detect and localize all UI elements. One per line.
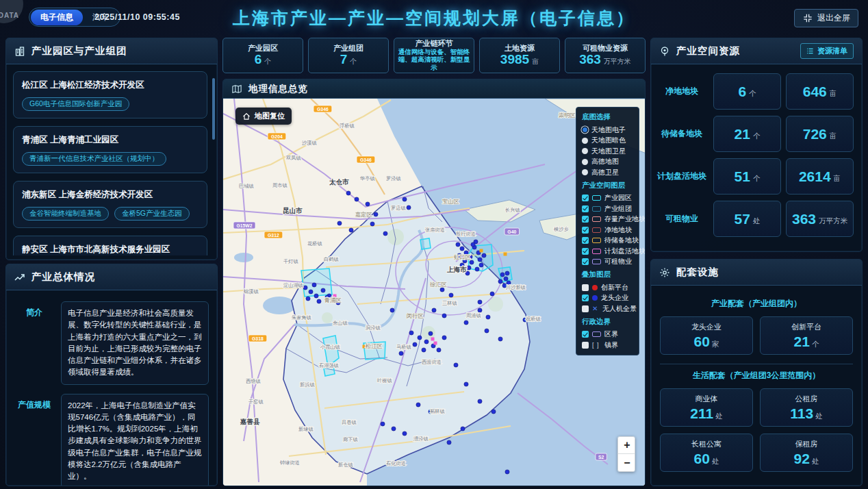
facility-card[interactable]: 创新平台21个: [760, 316, 853, 355]
park-card[interactable]: 浦东新区 上海金桥经济技术开发区金谷智能终端制造基地金桥5G产业生态园: [13, 181, 207, 228]
enterprise-dot[interactable]: [478, 399, 482, 403]
parks-scrollbar[interactable]: [212, 78, 215, 140]
enterprise-dot[interactable]: [471, 242, 475, 247]
enterprise-dot[interactable]: [407, 205, 411, 210]
enterprise-dot[interactable]: [349, 228, 353, 232]
enterprise-dot[interactable]: [467, 266, 471, 270]
enterprise-dot[interactable]: [321, 288, 325, 292]
zoom-out-button[interactable]: −: [618, 454, 635, 471]
enterprise-dot[interactable]: [432, 308, 436, 312]
enterprise-dot[interactable]: [485, 329, 489, 333]
legend-boundary-option[interactable]: [ ]镇界: [582, 340, 633, 351]
enterprise-dot[interactable]: [498, 337, 502, 341]
legend-basemap-option[interactable]: 天地图卫星: [582, 146, 633, 157]
zoom-in-button[interactable]: +: [618, 437, 635, 454]
legend-layer-option[interactable]: 待储备地块: [582, 236, 633, 247]
park-polygon[interactable]: [420, 238, 431, 249]
legend-overlay-option[interactable]: 龙头企业: [582, 293, 633, 304]
enterprise-dot[interactable]: [442, 314, 446, 318]
enterprise-dot[interactable]: [314, 294, 318, 298]
enterprise-dot[interactable]: [413, 342, 417, 347]
enterprise-dot[interactable]: [479, 263, 483, 267]
facility-card[interactable]: 公租房113处: [760, 388, 853, 427]
legend-layer-option[interactable]: 净地地块: [582, 225, 633, 236]
enterprise-dot[interactable]: [381, 422, 385, 426]
enterprise-dot[interactable]: [482, 253, 486, 258]
enterprise-dot[interactable]: [475, 267, 479, 271]
enterprise-dot[interactable]: [337, 221, 342, 225]
enterprise-dot[interactable]: [490, 292, 494, 296]
enterprise-dot[interactable]: [504, 277, 508, 281]
legend-basemap-option[interactable]: 高德卫星: [582, 167, 633, 178]
enterprise-dot[interactable]: [454, 363, 458, 367]
map-viewport[interactable]: G346G204G346G15W2G312G318G40S2 浮桥镇沙溪镇双凤镇…: [223, 99, 645, 486]
enterprise-dot[interactable]: [505, 271, 509, 275]
space-resource-card[interactable]: 726亩: [786, 116, 854, 152]
park-tag[interactable]: 金桥5G产业生态园: [114, 207, 190, 221]
legend-layer-option[interactable]: 计划盘活地块: [582, 246, 633, 257]
enterprise-dot[interactable]: [440, 288, 444, 292]
space-resource-card[interactable]: 21个: [713, 116, 781, 152]
enterprise-dot[interactable]: [486, 315, 490, 319]
facility-card[interactable]: 长租公寓60处: [660, 434, 753, 472]
enterprise-dot[interactable]: [312, 283, 316, 287]
kpi-card[interactable]: 可租物业资源363万平方米: [565, 38, 646, 73]
facility-card[interactable]: 龙头企业60家: [660, 316, 753, 355]
enterprise-dot[interactable]: [461, 427, 465, 431]
enterprise-dot[interactable]: [422, 348, 426, 352]
enterprise-dot[interactable]: [317, 299, 321, 303]
enterprise-dot[interactable]: [437, 348, 441, 352]
enterprise-dot[interactable]: [409, 331, 413, 335]
park-card[interactable]: 静安区 上海市市北高新技术服务业园区上海超高清视听产业集聚区（市北）: [13, 236, 207, 255]
enterprise-dot[interactable]: [403, 197, 407, 201]
park-tag[interactable]: G60电子信息国际创新产业园: [22, 97, 129, 111]
kpi-card[interactable]: 产业园区6个: [222, 38, 303, 73]
space-resource-card[interactable]: 6个: [713, 73, 781, 110]
space-resource-card[interactable]: 57处: [713, 201, 781, 237]
enterprise-dot[interactable]: [447, 440, 451, 444]
enterprise-dot[interactable]: [429, 331, 433, 336]
enterprise-dot[interactable]: [366, 202, 370, 206]
facility-card[interactable]: 保租房92处: [760, 434, 853, 472]
kpi-card[interactable]: 土地资源3985亩: [479, 38, 560, 73]
enterprise-dot[interactable]: [306, 297, 310, 301]
legend-layer-option[interactable]: 产业园区: [582, 193, 633, 204]
enterprise-dot[interactable]: [374, 212, 378, 216]
legend-basemap-option[interactable]: 高德地图: [582, 157, 633, 168]
enterprise-dot[interactable]: [478, 300, 482, 304]
park-card[interactable]: 松江区 上海松江经济技术开发区G60电子信息国际创新产业园: [13, 71, 207, 118]
exit-fullscreen-button[interactable]: 退出全屏: [794, 9, 858, 27]
enterprise-dot[interactable]: [303, 286, 307, 290]
park-tag[interactable]: 金谷智能终端制造基地: [22, 207, 109, 221]
legend-layer-option[interactable]: 产业组团: [582, 203, 633, 214]
map-reset-button[interactable]: 地图复位: [235, 108, 292, 125]
enterprise-dot[interactable]: [478, 258, 482, 262]
enterprise-dot[interactable]: [392, 427, 396, 431]
enterprise-dot[interactable]: [416, 403, 420, 407]
enterprise-dot[interactable]: [464, 382, 468, 386]
legend-overlay-option[interactable]: 创新平台: [582, 282, 633, 293]
space-resource-card[interactable]: 51个: [713, 158, 781, 195]
park-card[interactable]: 青浦区 上海青浦工业园区青浦新一代信息技术产业社区（规划中）: [13, 126, 207, 173]
resource-list-button[interactable]: 资源清单: [800, 43, 854, 59]
enterprise-dot[interactable]: [355, 197, 359, 201]
enterprise-dot[interactable]: [370, 222, 374, 226]
legend-basemap-option[interactable]: 天地图暗色: [582, 136, 633, 147]
enterprise-dot[interactable]: [460, 247, 464, 251]
kpi-card[interactable]: 产业链环节通信网络与设备、智能终端、超高清视听、新型显示: [394, 38, 474, 73]
legend-overlay-option[interactable]: ✕无人机全景: [582, 303, 633, 314]
enterprise-dot[interactable]: [464, 321, 468, 325]
enterprise-dot[interactable]: [442, 336, 446, 340]
enterprise-dot[interactable]: [399, 351, 403, 355]
facility-card[interactable]: 商业体211处: [660, 388, 753, 427]
enterprise-dot[interactable]: [346, 191, 350, 195]
enterprise-dot[interactable]: [470, 260, 474, 264]
space-resource-card[interactable]: 646亩: [786, 73, 854, 110]
enterprise-dot[interactable]: [383, 231, 387, 236]
enterprise-dot[interactable]: [498, 279, 502, 284]
enterprise-dot[interactable]: [403, 431, 407, 436]
space-resource-card[interactable]: 363万平方米: [786, 201, 854, 237]
enterprise-dot[interactable]: [492, 410, 496, 414]
enterprise-dot[interactable]: [500, 273, 505, 277]
park-tag[interactable]: 青浦新一代信息技术产业社区（规划中）: [22, 152, 166, 166]
